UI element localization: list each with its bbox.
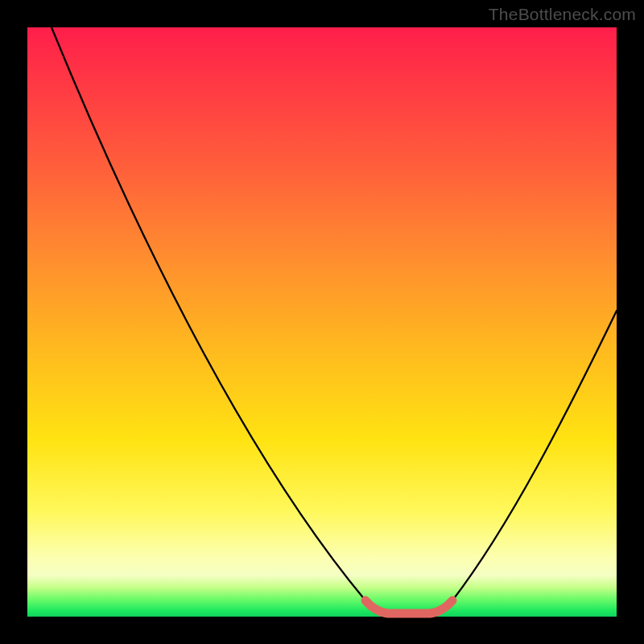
curve-left-branch	[52, 27, 388, 613]
curve-right-branch	[430, 311, 617, 613]
watermark-text: TheBottleneck.com	[489, 5, 636, 24]
trough-highlight	[365, 601, 452, 613]
chart-frame: TheBottleneck.com	[0, 0, 644, 644]
plot-area	[27, 27, 617, 617]
curve-layer	[27, 27, 617, 617]
